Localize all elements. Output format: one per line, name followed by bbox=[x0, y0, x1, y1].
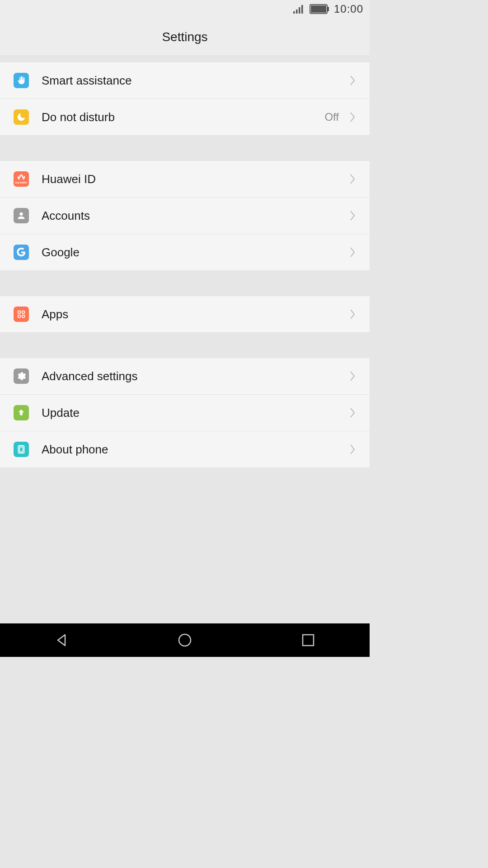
row-about-phone[interactable]: About phone bbox=[0, 431, 370, 468]
row-label: Accounts bbox=[42, 209, 350, 223]
nav-home-button[interactable] bbox=[174, 630, 195, 651]
row-apps[interactable]: Apps bbox=[0, 296, 370, 333]
svg-rect-12 bbox=[19, 447, 23, 452]
gear-icon bbox=[14, 368, 29, 384]
status-bar: 10:00 bbox=[0, 0, 370, 18]
google-icon bbox=[14, 245, 29, 260]
chevron-right-icon bbox=[350, 174, 356, 184]
row-accounts[interactable]: Accounts bbox=[0, 197, 370, 234]
page-title: Settings bbox=[162, 30, 207, 44]
svg-rect-10 bbox=[22, 315, 25, 318]
svg-rect-14 bbox=[303, 635, 314, 646]
row-huawei-id[interactable]: HUAWEI Huawei ID bbox=[0, 160, 370, 198]
row-google[interactable]: Google bbox=[0, 234, 370, 271]
battery-icon bbox=[310, 4, 329, 14]
chevron-right-icon bbox=[350, 247, 356, 258]
chevron-right-icon bbox=[350, 407, 356, 418]
row-update[interactable]: Update bbox=[0, 394, 370, 431]
settings-list: Smart assistance Do not disturb Off HUAW… bbox=[0, 56, 370, 623]
svg-rect-9 bbox=[18, 315, 21, 318]
status-time: 10:00 bbox=[334, 3, 363, 15]
signal-icon bbox=[293, 5, 305, 14]
svg-rect-1 bbox=[296, 9, 298, 14]
svg-rect-5 bbox=[311, 5, 326, 13]
device-info-icon bbox=[14, 442, 29, 457]
svg-point-13 bbox=[179, 634, 191, 646]
row-label: About phone bbox=[42, 443, 350, 457]
nav-recent-button[interactable] bbox=[298, 630, 319, 651]
row-value: Off bbox=[324, 111, 339, 123]
svg-rect-0 bbox=[293, 11, 295, 14]
svg-rect-2 bbox=[299, 7, 300, 14]
row-label: Google bbox=[42, 245, 350, 259]
chevron-right-icon bbox=[350, 210, 356, 221]
moon-icon bbox=[14, 109, 29, 125]
chevron-right-icon bbox=[350, 371, 356, 382]
chevron-right-icon bbox=[350, 444, 356, 455]
page-header: Settings bbox=[0, 18, 370, 56]
chevron-right-icon bbox=[350, 309, 356, 320]
svg-rect-7 bbox=[18, 311, 21, 314]
row-label: Do not disturb bbox=[42, 110, 324, 124]
person-icon bbox=[14, 208, 29, 223]
svg-rect-6 bbox=[328, 7, 329, 11]
chevron-right-icon bbox=[350, 75, 356, 86]
nav-back-button[interactable] bbox=[51, 630, 72, 651]
row-advanced-settings[interactable]: Advanced settings bbox=[0, 358, 370, 395]
row-label: Huawei ID bbox=[42, 172, 350, 186]
row-label: Advanced settings bbox=[42, 369, 350, 383]
system-nav-bar bbox=[0, 623, 370, 657]
upload-arrow-icon bbox=[14, 405, 29, 420]
huawei-logo-text: HUAWEI bbox=[15, 181, 28, 184]
row-smart-assistance[interactable]: Smart assistance bbox=[0, 62, 370, 99]
chevron-right-icon bbox=[350, 112, 356, 123]
svg-rect-8 bbox=[22, 311, 25, 314]
row-label: Smart assistance bbox=[42, 74, 350, 88]
hand-icon bbox=[14, 73, 29, 88]
row-do-not-disturb[interactable]: Do not disturb Off bbox=[0, 99, 370, 136]
huawei-icon: HUAWEI bbox=[14, 171, 29, 187]
svg-rect-3 bbox=[301, 5, 303, 14]
apps-grid-icon bbox=[14, 307, 29, 322]
row-label: Apps bbox=[42, 307, 350, 321]
row-label: Update bbox=[42, 406, 350, 420]
